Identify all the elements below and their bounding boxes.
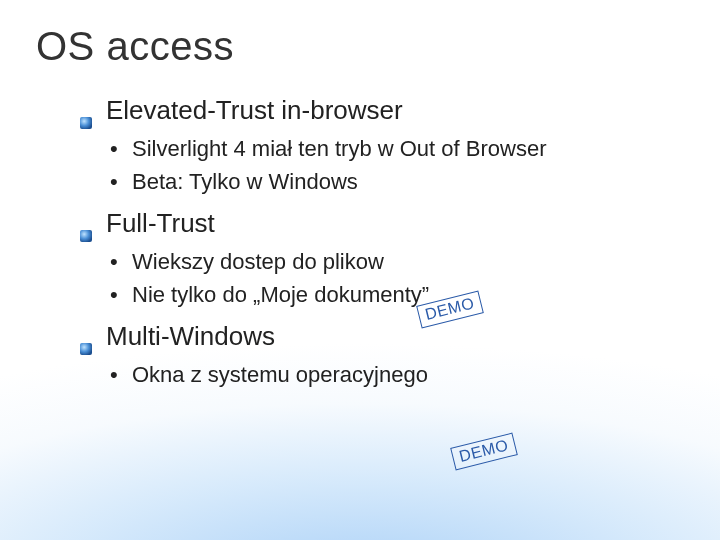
list-item: Beta: Tylko w Windows xyxy=(110,165,684,198)
bullet-icon xyxy=(80,331,92,343)
bullet-icon xyxy=(80,218,92,230)
list-item: Nie tylko do „Moje dokumenty” xyxy=(110,278,684,311)
svg-rect-0 xyxy=(80,117,92,129)
topic-heading: Full-Trust xyxy=(80,208,684,239)
topic-heading: Elevated-Trust in-browser xyxy=(80,95,684,126)
topic-heading-label: Multi-Windows xyxy=(106,321,275,352)
slide-title: OS access xyxy=(36,24,684,69)
topic-heading: Multi-Windows xyxy=(80,321,684,352)
list-item: Silverlight 4 miał ten tryb w Out of Bro… xyxy=(110,132,684,165)
sub-list: Silverlight 4 miał ten tryb w Out of Bro… xyxy=(110,132,684,198)
topic-multi-windows: Multi-Windows Okna z systemu operacyjneg… xyxy=(80,321,684,391)
topic-heading-label: Elevated-Trust in-browser xyxy=(106,95,403,126)
svg-rect-1 xyxy=(80,230,92,242)
sub-list: Okna z systemu operacyjnego xyxy=(110,358,684,391)
list-item: Wiekszy dostep do plikow xyxy=(110,245,684,278)
demo-badge: DEMO xyxy=(450,433,518,471)
topic-elevated-trust: Elevated-Trust in-browser Silverlight 4 … xyxy=(80,95,684,198)
topic-heading-label: Full-Trust xyxy=(106,208,215,239)
topics-container: Elevated-Trust in-browser Silverlight 4 … xyxy=(80,95,684,391)
bullet-icon xyxy=(80,105,92,117)
topic-full-trust: Full-Trust Wiekszy dostep do plikow Nie … xyxy=(80,208,684,311)
slide: OS access Eleva xyxy=(0,0,720,391)
sub-list: Wiekszy dostep do plikow Nie tylko do „M… xyxy=(110,245,684,311)
svg-rect-2 xyxy=(80,343,92,355)
list-item: Okna z systemu operacyjnego xyxy=(110,358,684,391)
